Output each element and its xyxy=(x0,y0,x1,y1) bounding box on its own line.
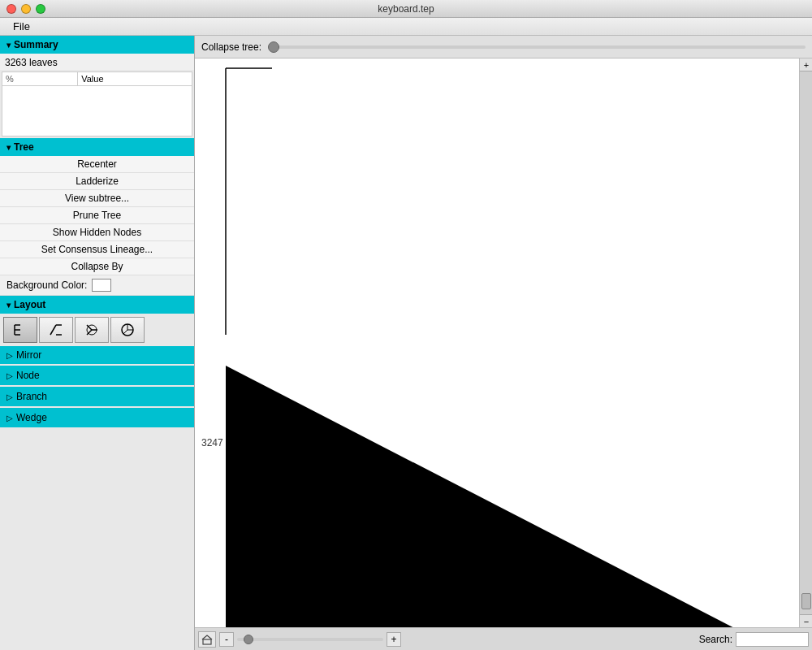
show-hidden-nodes-button[interactable]: Show Hidden Nodes xyxy=(0,224,194,241)
summary-table-header: % Value xyxy=(2,72,192,86)
layout-header[interactable]: ▾ Layout xyxy=(0,296,194,314)
bg-color-swatch[interactable] xyxy=(92,279,111,292)
branch-label: Branch xyxy=(16,391,47,402)
collapse-by-button[interactable]: Collapse By xyxy=(0,258,194,275)
layout-arrow-icon: ▾ xyxy=(6,301,11,310)
left-panel: ▾ Summary 3263 leaves % Value ▾ Tree Rec… xyxy=(0,36,195,650)
layout-slanted-button[interactable] xyxy=(39,317,73,343)
mirror-arrow-icon: ▷ xyxy=(6,351,13,360)
title-bar: keyboard.tep xyxy=(0,0,812,18)
svg-line-14 xyxy=(123,330,127,334)
set-consensus-lineage-button[interactable]: Set Consensus Lineage... xyxy=(0,241,194,258)
bg-color-row: Background Color: xyxy=(0,275,194,296)
close-button[interactable] xyxy=(6,4,16,14)
tree-section: ▾ Tree Recenter Ladderize View subtree..… xyxy=(0,138,194,296)
vscroll-bar: + − xyxy=(799,58,812,627)
svg-rect-25 xyxy=(203,639,211,644)
summary-col-value: Value xyxy=(78,72,192,85)
tree-arrow-icon: ▾ xyxy=(6,143,11,152)
view-subtree-button[interactable]: View subtree... xyxy=(0,190,194,207)
recenter-button[interactable]: Recenter xyxy=(0,156,194,173)
tree-label: Tree xyxy=(14,141,34,153)
menu-bar: File xyxy=(0,18,812,36)
search-label: Search: xyxy=(699,634,732,645)
summary-section: ▾ Summary 3263 leaves % Value xyxy=(0,36,194,138)
tree-header[interactable]: ▾ Tree xyxy=(0,138,194,156)
layout-circular-button[interactable] xyxy=(75,317,109,343)
branch-section[interactable]: ▷ Branch xyxy=(0,387,194,406)
right-panel: Collapse tree: xyxy=(195,36,812,650)
layout-label: Layout xyxy=(14,299,45,310)
maximize-button[interactable] xyxy=(36,4,45,14)
mirror-section[interactable]: ▷ Mirror xyxy=(0,346,194,364)
collapse-tree-label: Collapse tree: xyxy=(201,41,261,53)
search-input[interactable] xyxy=(736,632,809,647)
layout-icons-row xyxy=(0,314,194,346)
branch-arrow-icon: ▷ xyxy=(6,392,13,401)
vscroll-down-button[interactable]: − xyxy=(800,614,812,627)
collapse-slider-container xyxy=(268,46,806,49)
tree-viewport[interactable]: 3247 + − xyxy=(195,58,812,627)
bg-color-label: Background Color: xyxy=(6,280,87,291)
zoom-slider[interactable] xyxy=(237,638,383,641)
wedge-arrow-icon: ▷ xyxy=(6,414,13,422)
node-arrow-icon: ▷ xyxy=(6,371,13,380)
file-menu[interactable]: File xyxy=(6,19,37,34)
vscroll-track[interactable] xyxy=(800,72,812,614)
window-title: keyboard.tep xyxy=(378,3,434,15)
title-bar-buttons xyxy=(6,4,45,14)
layout-rectangular-button[interactable] xyxy=(3,317,37,343)
summary-header[interactable]: ▾ Summary xyxy=(0,36,194,54)
main-container: ▾ Summary 3263 leaves % Value ▾ Tree Rec… xyxy=(0,36,812,650)
mirror-label: Mirror xyxy=(16,349,41,361)
zoom-out-button[interactable]: - xyxy=(219,632,234,647)
summary-arrow-icon: ▾ xyxy=(6,41,11,50)
node-label: Node xyxy=(16,370,40,381)
collapse-toolbar: Collapse tree: xyxy=(195,36,812,58)
node-section[interactable]: ▷ Node xyxy=(0,366,194,385)
tree-visualization xyxy=(195,58,812,627)
summary-label: Summary xyxy=(14,39,58,50)
wedge-section[interactable]: ▷ Wedge xyxy=(0,408,194,427)
ladderize-button[interactable]: Ladderize xyxy=(0,173,194,190)
bottom-toolbar: - + Search: xyxy=(195,627,812,650)
svg-line-4 xyxy=(50,325,56,335)
vscroll-thumb[interactable] xyxy=(801,593,811,609)
summary-col-percent: % xyxy=(2,72,78,85)
wedge-label: Wedge xyxy=(16,412,47,423)
vscroll-up-button[interactable]: + xyxy=(800,58,812,72)
svg-rect-20 xyxy=(195,58,796,366)
node-count-label: 3247 xyxy=(201,437,223,448)
zoom-in-button[interactable]: + xyxy=(387,632,401,647)
summary-leaves-count: 3263 leaves xyxy=(0,54,194,70)
layout-radial-button[interactable] xyxy=(110,317,145,343)
summary-table-container: % Value xyxy=(2,72,192,136)
layout-section: ▾ Layout xyxy=(0,296,194,346)
minimize-button[interactable] xyxy=(21,4,31,14)
home-button[interactable] xyxy=(198,631,216,648)
collapse-tree-slider[interactable] xyxy=(268,46,806,49)
prune-tree-button[interactable]: Prune Tree xyxy=(0,207,194,224)
